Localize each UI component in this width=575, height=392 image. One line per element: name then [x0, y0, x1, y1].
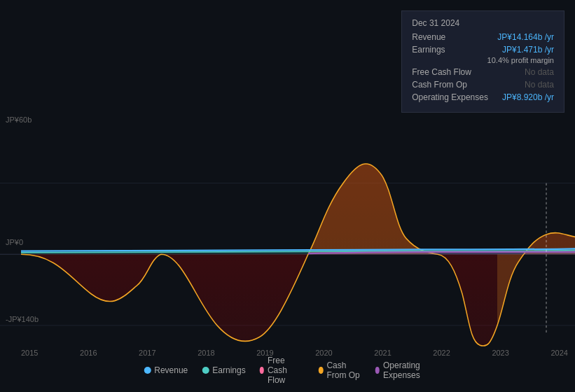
chart-legend: Revenue Earnings Free Cash Flow Cash Fro…	[144, 356, 431, 385]
legend-earnings-dot	[202, 367, 209, 374]
tooltip-revenue-label: Revenue	[412, 32, 445, 42]
tooltip-fcf-value: No data	[525, 67, 554, 77]
tooltip-cashfromop-label: Cash From Op	[412, 80, 467, 90]
tooltip-fcf-label: Free Cash Flow	[412, 67, 471, 77]
tooltip-opex-row: Operating Expenses JP¥8.920b /yr	[412, 92, 554, 102]
legend-earnings: Earnings	[202, 365, 245, 375]
x-label-2015: 2015	[21, 349, 38, 357]
tooltip-cashfromop-row: Cash From Op No data	[412, 80, 554, 90]
legend-opex-label: Operating Expenses	[383, 360, 431, 380]
x-label-2016: 2016	[80, 349, 97, 357]
legend-cashfromop: Cash From Op	[319, 360, 361, 380]
tooltip-earnings-value: JP¥1.471b /yr	[502, 45, 554, 55]
data-tooltip: Dec 31 2024 Revenue JP¥14.164b /yr Earni…	[401, 10, 564, 113]
x-label-2023: 2023	[492, 349, 508, 357]
chart-svg	[0, 112, 575, 357]
tooltip-date: Dec 31 2024	[412, 18, 554, 28]
legend-fcf-dot	[260, 367, 264, 374]
tooltip-fcf-row: Free Cash Flow No data	[412, 67, 554, 77]
legend-revenue-dot	[144, 367, 151, 374]
tooltip-profit-margin: 10.4% profit margin	[412, 56, 554, 64]
x-label-2024: 2024	[550, 349, 567, 357]
legend-opex-dot	[375, 367, 380, 374]
legend-fcf-label: Free Cash Flow	[268, 356, 305, 385]
chart-container	[0, 112, 575, 357]
legend-revenue: Revenue	[144, 365, 188, 375]
legend-opex: Operating Expenses	[375, 360, 431, 380]
legend-cashfromop-dot	[319, 367, 323, 374]
legend-revenue-label: Revenue	[154, 365, 188, 375]
legend-fcf: Free Cash Flow	[260, 356, 305, 385]
legend-cashfromop-label: Cash From Op	[326, 360, 361, 380]
tooltip-opex-value: JP¥8.920b /yr	[502, 92, 554, 102]
legend-earnings-label: Earnings	[212, 365, 245, 375]
tooltip-earnings-label: Earnings	[412, 45, 445, 55]
tooltip-cashfromop-value: No data	[525, 80, 554, 90]
tooltip-earnings-row: Earnings JP¥1.471b /yr	[412, 45, 554, 55]
tooltip-opex-label: Operating Expenses	[412, 92, 488, 102]
x-label-2022: 2022	[433, 349, 450, 357]
tooltip-revenue-value: JP¥14.164b /yr	[497, 32, 554, 42]
tooltip-revenue-row: Revenue JP¥14.164b /yr	[412, 32, 554, 42]
